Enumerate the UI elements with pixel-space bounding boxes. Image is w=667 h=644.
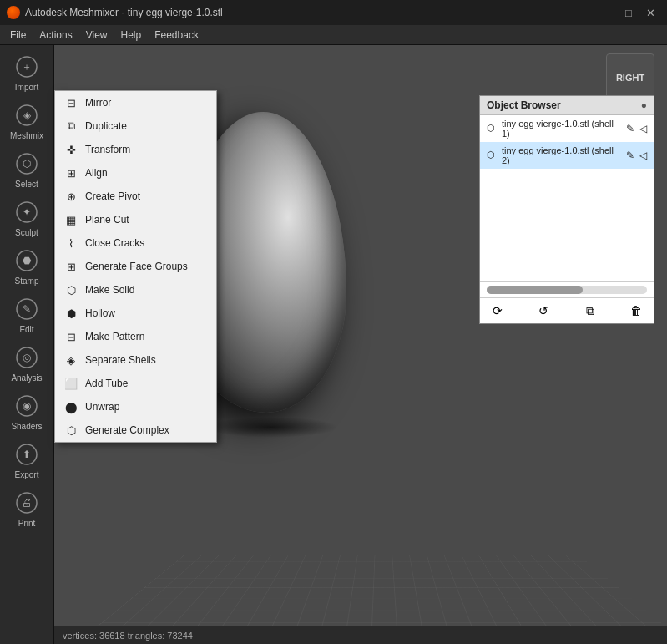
ob-btn-2[interactable]: ↺ (534, 302, 553, 320)
actions-menu-item-plane_cut[interactable]: ▦Plane Cut (55, 208, 216, 231)
main-area: ＋ Import ◈ Meshmix ⬡ Select ✦ Sculpt ⬣ S… (0, 45, 667, 644)
ob-list: ⬡tiny egg vierge-1.0.stl (shell 1)✎◁⬡tin… (480, 115, 654, 282)
minimize-button[interactable]: − (597, 3, 617, 23)
grid-floor (96, 555, 667, 627)
actions-menu-item-unwrap[interactable]: ⬤Unwrap (55, 395, 216, 418)
ob-btn-3[interactable]: ⧉ (581, 302, 599, 320)
sidebar-btn-analysis[interactable]: ◎ Analysis (3, 340, 51, 387)
menubar-item-actions[interactable]: Actions (33, 28, 78, 43)
edit-icon: ✎ (13, 296, 40, 322)
add_tube-label: Add Tube (85, 378, 128, 389)
meshmix-icon: ◈ (13, 102, 40, 129)
make_solid-icon: ⬡ (63, 282, 78, 297)
sidebar-btn-stamp[interactable]: ⬣ Stamp (3, 243, 51, 290)
mirror-label: Mirror (85, 97, 111, 109)
analysis-svg: ◎ (15, 346, 38, 369)
ob-item-1[interactable]: ⬡tiny egg vierge-1.0.stl (shell 2)✎◁ (480, 142, 654, 169)
ob-item-vis-icon-0[interactable]: ◁ (639, 123, 647, 134)
actions-menu-item-add_tube[interactable]: ⬜Add Tube (55, 372, 216, 395)
svg-text:✎: ✎ (23, 303, 31, 315)
ob-scrollbar[interactable] (487, 286, 647, 294)
ob-header: Object Browser ● (480, 96, 654, 115)
object-browser: Object Browser ● ⬡tiny egg vierge-1.0.st… (479, 95, 654, 324)
sidebar-btn-edit[interactable]: ✎ Edit (3, 292, 51, 338)
ob-item-edit-icon-1[interactable]: ✎ (626, 150, 634, 161)
sidebar-btn-sculpt[interactable]: ✦ Sculpt (3, 195, 51, 241)
ob-close-icon[interactable]: ● (641, 99, 647, 111)
sidebar-btn-print[interactable]: 🖨 Print (3, 485, 51, 532)
print-label: Print (18, 519, 36, 528)
select-icon: ⬡ (13, 150, 40, 177)
actions-menu-item-generate_face_groups[interactable]: ⊞Generate Face Groups (55, 255, 216, 278)
actions-menu-item-transform[interactable]: ✜Transform (55, 138, 216, 161)
actions-menu-item-close_cracks[interactable]: ⌇Close Cracks (55, 231, 216, 255)
close_cracks-icon: ⌇ (63, 236, 78, 251)
analysis-icon: ◎ (13, 344, 40, 371)
generate_face_groups-icon: ⊞ (63, 259, 78, 274)
menubar: FileActionsViewHelpFeedback (0, 25, 667, 45)
actions-menu-item-align[interactable]: ⊞Align (55, 161, 216, 185)
actions-menu-item-create_pivot[interactable]: ⊕Create Pivot (55, 185, 216, 208)
actions-menu-item-make_solid[interactable]: ⬡Make Solid (55, 278, 216, 302)
edit-label: Edit (19, 325, 33, 334)
menubar-item-feedback[interactable]: Feedback (148, 28, 205, 43)
ob-item-icon-1: ⬡ (487, 150, 498, 161)
ob-btn-1[interactable]: ⟳ (488, 302, 507, 320)
ob-item-icon-0: ⬡ (487, 123, 498, 134)
duplicate-label: Duplicate (85, 120, 127, 132)
import-svg: ＋ (15, 55, 38, 79)
actions-dropdown: ⊟Mirror⧉Duplicate✜Transform⊞Align⊕Create… (54, 90, 217, 443)
ob-item-edit-icon-0[interactable]: ✎ (626, 123, 634, 134)
sidebar-btn-shaders[interactable]: ◉ Shaders (3, 388, 51, 435)
maximize-button[interactable]: □ (619, 3, 639, 23)
menubar-item-file[interactable]: File (3, 28, 33, 43)
egg-shadow (205, 417, 338, 438)
export-label: Export (15, 470, 39, 479)
ob-item-label-1: tiny egg vierge-1.0.stl (shell 2) (502, 145, 619, 165)
ob-item-0[interactable]: ⬡tiny egg vierge-1.0.stl (shell 1)✎◁ (480, 115, 654, 142)
menubar-item-view[interactable]: View (79, 28, 114, 43)
sidebar-btn-meshmix[interactable]: ◈ Meshmix (3, 98, 51, 145)
print-svg: 🖨 (15, 491, 38, 515)
close-button[interactable]: ✕ (640, 3, 660, 23)
sculpt-svg: ✦ (15, 200, 38, 224)
duplicate-icon: ⧉ (63, 119, 78, 134)
sculpt-icon: ✦ (13, 199, 40, 226)
sidebar-btn-export[interactable]: ⬆ Export (3, 437, 51, 484)
ob-scrollbar-area (480, 282, 654, 297)
plane_cut-icon: ▦ (63, 212, 78, 227)
actions-menu-item-make_pattern[interactable]: ⊟Make Pattern (55, 325, 216, 348)
separate_shells-icon: ◈ (63, 352, 78, 368)
shaders-svg: ◉ (15, 394, 38, 418)
svg-text:＋: ＋ (22, 61, 32, 73)
analysis-label: Analysis (11, 373, 42, 383)
viewcube-label: RIGHT (616, 73, 644, 83)
sidebar-btn-import[interactable]: ＋ Import (3, 49, 51, 96)
mirror-icon: ⊟ (63, 95, 78, 110)
shaders-icon: ◉ (13, 393, 40, 419)
meshmix-svg: ◈ (15, 104, 38, 127)
make_pattern-icon: ⊟ (63, 329, 78, 344)
ob-scrollbar-thumb[interactable] (487, 286, 583, 294)
separate_shells-label: Separate Shells (85, 354, 156, 366)
actions-menu-item-mirror[interactable]: ⊟Mirror (55, 91, 216, 114)
sculpt-label: Sculpt (15, 228, 38, 237)
create_pivot-label: Create Pivot (85, 190, 140, 202)
ob-title: Object Browser (487, 99, 561, 111)
unwrap-icon: ⬤ (63, 399, 78, 414)
menubar-item-help[interactable]: Help (114, 28, 149, 43)
app-icon (7, 6, 20, 19)
edit-svg: ✎ (15, 297, 38, 321)
ob-btn-4[interactable]: 🗑 (627, 302, 645, 320)
sidebar-btn-select[interactable]: ⬡ Select (3, 146, 51, 193)
status-text: vertices: 36618 triangles: 73244 (63, 631, 193, 641)
actions-menu-item-duplicate[interactable]: ⧉Duplicate (55, 114, 216, 138)
select-svg: ⬡ (15, 152, 38, 175)
align-icon: ⊞ (63, 165, 78, 180)
ob-item-vis-icon-1[interactable]: ◁ (639, 150, 647, 161)
actions-menu-item-hollow[interactable]: ⬢Hollow (55, 302, 216, 325)
actions-menu-item-generate_complex[interactable]: ⬡Generate Complex (55, 418, 216, 442)
actions-menu-item-separate_shells[interactable]: ◈Separate Shells (55, 348, 216, 372)
hollow-icon: ⬢ (63, 306, 78, 321)
import-icon: ＋ (13, 53, 40, 80)
